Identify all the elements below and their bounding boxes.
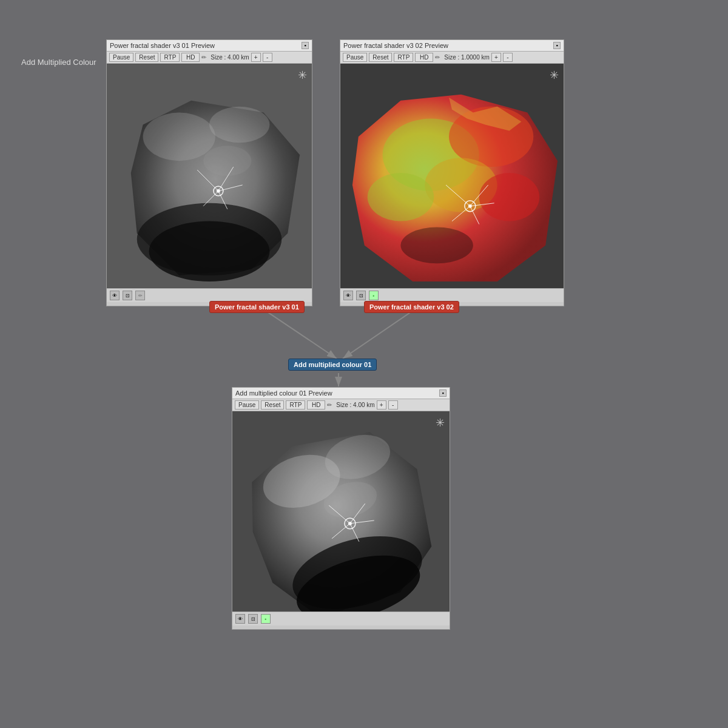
win2-reset-btn[interactable]: Reset bbox=[369, 53, 392, 62]
svg-line-1 bbox=[261, 308, 337, 359]
win1-eye-icon[interactable]: 👁 bbox=[110, 291, 120, 300]
win1-pencil-icon: ✏ bbox=[201, 54, 206, 61]
win3-footer: 👁 ⊡ ▪ bbox=[232, 612, 450, 625]
svg-point-10 bbox=[149, 221, 270, 281]
win2-minus-btn[interactable]: - bbox=[503, 53, 513, 62]
win1-size-label: Size : 4.00 km bbox=[211, 54, 249, 61]
win1-reset-btn[interactable]: Reset bbox=[135, 53, 158, 62]
win2-color-footer-icon[interactable]: ▪ bbox=[369, 291, 379, 300]
win2-pause-btn[interactable]: Pause bbox=[343, 53, 367, 62]
win1-canvas: ✳ bbox=[107, 64, 312, 288]
node-label-3[interactable]: Add multiplied colour 01 bbox=[288, 359, 377, 371]
win1-close[interactable]: ▪ bbox=[302, 42, 309, 49]
win3-close[interactable]: ▪ bbox=[439, 389, 447, 397]
win1-hd-btn[interactable]: HD bbox=[181, 53, 200, 62]
win3-pencil-icon: ✏ bbox=[327, 402, 332, 408]
win3-minus-btn[interactable]: - bbox=[388, 400, 398, 410]
win1-pause-btn[interactable]: Pause bbox=[109, 53, 133, 62]
win2-rtp-btn[interactable]: RTP bbox=[394, 53, 413, 62]
win1-rtp-btn[interactable]: RTP bbox=[160, 53, 180, 62]
svg-point-17 bbox=[217, 189, 220, 193]
win3-size-label: Size : 4.00 km bbox=[336, 402, 374, 408]
win2-pencil-icon: ✏ bbox=[435, 54, 440, 61]
win2-title: Power fractal shader v3 02 Preview bbox=[343, 42, 553, 49]
win3-frame-icon[interactable]: ⊡ bbox=[248, 614, 258, 624]
win2-close[interactable]: ▪ bbox=[553, 42, 561, 49]
win3-pause-btn[interactable]: Pause bbox=[235, 400, 259, 410]
win1-plus-btn[interactable]: + bbox=[251, 53, 261, 62]
win1-frame-icon[interactable]: ⊡ bbox=[123, 291, 132, 300]
win1-terrain-svg bbox=[107, 64, 312, 288]
svg-line-2 bbox=[343, 308, 417, 359]
svg-point-26 bbox=[400, 228, 473, 264]
svg-point-8 bbox=[209, 107, 269, 143]
svg-point-7 bbox=[143, 113, 215, 161]
preview-window-3: Add multiplied colour 01 Preview ▪ Pause… bbox=[232, 387, 450, 630]
win2-compass-icon: ✳ bbox=[550, 69, 559, 82]
win2-eye-icon[interactable]: 👁 bbox=[343, 291, 353, 300]
svg-point-47 bbox=[348, 522, 352, 525]
win2-frame-icon[interactable]: ⊡ bbox=[356, 291, 366, 300]
win3-toolbar: Pause Reset RTP HD ✏ Size : 4.00 km + - bbox=[232, 399, 450, 411]
amc-label: Add Multiplied Colour bbox=[21, 58, 96, 67]
win3-terrain-svg bbox=[232, 411, 450, 612]
win3-reset-btn[interactable]: Reset bbox=[261, 400, 284, 410]
win2-plus-btn[interactable]: + bbox=[491, 53, 501, 62]
win3-titlebar: Add multiplied colour 01 Preview ▪ bbox=[232, 388, 450, 399]
win1-title: Power fractal shader v3 01 Preview bbox=[110, 42, 302, 49]
win3-compass-icon: ✳ bbox=[436, 416, 445, 430]
win2-terrain-svg bbox=[340, 64, 564, 288]
win1-toolbar: Pause Reset RTP HD ✏ Size : 4.00 km + - bbox=[107, 52, 312, 64]
win3-title: Add multiplied colour 01 Preview bbox=[235, 389, 439, 397]
win2-hd-btn[interactable]: HD bbox=[415, 53, 433, 62]
win1-minus-btn[interactable]: - bbox=[263, 53, 272, 62]
preview-window-1: Power fractal shader v3 01 Preview ▪ Pau… bbox=[106, 39, 312, 306]
win1-footer: 👁 ⊡ ✏ bbox=[107, 288, 312, 302]
svg-point-23 bbox=[479, 173, 539, 221]
win2-toolbar: Pause Reset RTP HD ✏ Size : 1.0000 km + … bbox=[340, 52, 564, 64]
win3-hd-btn[interactable]: HD bbox=[307, 400, 325, 410]
win3-plus-btn[interactable]: + bbox=[377, 400, 386, 410]
win1-pencil-footer-icon[interactable]: ✏ bbox=[135, 291, 145, 300]
win3-canvas: ✳ bbox=[232, 411, 450, 612]
win3-pencil-footer-icon[interactable]: ▪ bbox=[261, 614, 271, 624]
win2-titlebar: Power fractal shader v3 02 Preview ▪ bbox=[340, 40, 564, 52]
win2-canvas: ✳ bbox=[340, 64, 564, 288]
win3-rtp-btn[interactable]: RTP bbox=[286, 400, 305, 410]
node-label-2[interactable]: Power fractal shader v3 02 bbox=[364, 301, 459, 313]
svg-point-24 bbox=[368, 173, 434, 221]
svg-point-33 bbox=[468, 204, 472, 208]
win2-footer: 👁 ⊡ ▪ bbox=[340, 288, 564, 302]
win1-compass-icon: ✳ bbox=[298, 69, 307, 82]
win2-size-label: Size : 1.0000 km bbox=[444, 54, 489, 61]
preview-window-2: Power fractal shader v3 02 Preview ▪ Pau… bbox=[340, 39, 564, 306]
win3-eye-icon[interactable]: 👁 bbox=[235, 614, 245, 624]
svg-point-9 bbox=[203, 146, 252, 176]
main-canvas: Add Multiplied Colour Power fractal shad… bbox=[0, 0, 728, 728]
win1-titlebar: Power fractal shader v3 01 Preview ▪ bbox=[107, 40, 312, 52]
node-label-1[interactable]: Power fractal shader v3 01 bbox=[209, 301, 305, 313]
